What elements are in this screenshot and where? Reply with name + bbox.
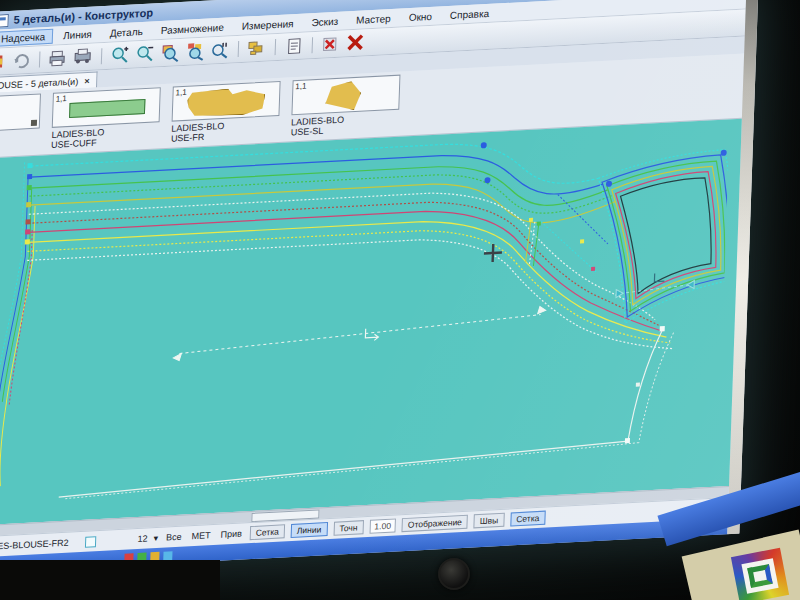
cuff-shape xyxy=(69,99,145,118)
undo-arrow-icon[interactable] xyxy=(11,50,32,71)
piece-card-front[interactable]: 1,1 LADIES-BLO USE-FR xyxy=(171,81,281,145)
front-piece-left-edge[interactable] xyxy=(0,162,37,489)
menu-item-liniya[interactable]: Линия xyxy=(55,26,100,43)
vendor-logo-mark xyxy=(747,564,772,588)
piece-scale: 1,1 xyxy=(56,94,67,104)
toolbar-separator xyxy=(39,51,41,67)
scale-value: 1.00 xyxy=(369,518,396,533)
piece-thumbnail: 1,1 xyxy=(291,75,400,116)
menu-item-izmereniya[interactable]: Измерения xyxy=(234,15,302,34)
delete-all-icon[interactable] xyxy=(345,32,366,53)
piece-scale: 1,1 xyxy=(175,88,186,98)
grid-toggle-button[interactable]: Сетка xyxy=(250,524,286,540)
piece-checkbox[interactable] xyxy=(84,536,95,548)
toolbar-separator xyxy=(312,37,314,53)
piece-label: LADIES-BLO USE-COL xyxy=(0,131,40,157)
grain-line xyxy=(173,306,546,361)
monitor-power-button xyxy=(438,558,470,590)
plotter-icon[interactable] xyxy=(73,47,94,68)
app-window: 5 деталь(и) - Конструктор Надсечка Линия… xyxy=(0,0,747,574)
lines-toggle-button[interactable]: Линии xyxy=(291,522,328,538)
menu-item-spravka[interactable]: Справка xyxy=(442,5,498,23)
lock-icon xyxy=(31,120,37,126)
menu-item-detal[interactable]: Деталь xyxy=(102,23,152,41)
piece-card-sleeve[interactable]: 1,1 LADIES-BLO USE-SL xyxy=(291,75,401,139)
piece-label-line2: USE-COL xyxy=(0,141,39,157)
piece-card-col[interactable]: 1,1 LADIES-BLO USE-COL xyxy=(0,93,41,157)
vendor-logo xyxy=(731,548,789,600)
toolbar-separator xyxy=(275,39,277,55)
met-label[interactable]: МЕТ xyxy=(189,530,212,541)
zoom-in-icon[interactable] xyxy=(110,45,131,66)
menu-item-razmnozhenie[interactable]: Размножение xyxy=(153,19,233,38)
all-sizes-label[interactable]: Все xyxy=(164,532,184,543)
menu-item-master[interactable]: Мастер xyxy=(348,10,399,28)
menu-item-okno[interactable]: Окно xyxy=(401,8,441,25)
current-piece-name: LADIES-BLOUSE-FR2 xyxy=(0,538,69,553)
zoom-out-icon[interactable] xyxy=(135,43,156,64)
grid-button[interactable]: Сетка xyxy=(510,511,546,527)
pattern-canvas[interactable] xyxy=(0,119,730,525)
collar-piece-grading[interactable] xyxy=(593,149,730,325)
seams-button[interactable]: Швы xyxy=(474,513,505,529)
app-icon xyxy=(0,14,9,28)
arrange-pieces-icon[interactable] xyxy=(247,38,268,59)
priv-label[interactable]: Прив xyxy=(218,528,244,539)
monitor-screen: 5 деталь(и) - Конструктор Надсечка Линия… xyxy=(0,0,759,574)
size-dropdown-arrow[interactable]: ▾ xyxy=(153,533,158,543)
monitor-bezel-bottom xyxy=(0,560,220,600)
delete-x-icon[interactable] xyxy=(320,34,341,55)
zoom-one-to-one-icon[interactable] xyxy=(210,39,231,60)
zoom-window-icon[interactable] xyxy=(160,42,181,63)
tab-close-icon[interactable]: × xyxy=(84,75,90,85)
piece-thumbnail: 1,1 xyxy=(172,81,281,122)
piece-card-cuff[interactable]: 1,1 LADIES-BLO USE-CUFF xyxy=(51,87,161,151)
side-seam-and-hem[interactable] xyxy=(59,326,674,499)
front-piece-grading-lines-lower[interactable] xyxy=(23,180,680,383)
tool-red-icon[interactable] xyxy=(0,51,7,72)
notes-icon[interactable] xyxy=(283,36,304,57)
toolbar-separator xyxy=(238,41,240,57)
size-value[interactable]: 12 xyxy=(137,533,147,544)
drawing-canvas[interactable] xyxy=(0,119,742,526)
piece-thumbnail: 1,1 xyxy=(52,87,161,128)
piece-thumbnail: 1,1 xyxy=(0,93,41,134)
front-shape xyxy=(187,87,266,118)
menu-item-eskiz[interactable]: Эскиз xyxy=(303,13,346,30)
menu-item-nadsechka[interactable]: Надсечка xyxy=(0,28,53,46)
piece-label: LADIES-BLO USE-FR xyxy=(171,118,280,144)
points-toggle-button[interactable]: Точн xyxy=(333,520,364,536)
sleeve-shape xyxy=(324,81,361,112)
cursor-crosshair xyxy=(484,244,503,263)
piece-label: LADIES-BLO USE-SL xyxy=(291,112,400,138)
print-icon[interactable] xyxy=(48,48,69,69)
toolbar-separator xyxy=(101,48,103,64)
display-button[interactable]: Отображение xyxy=(402,515,468,533)
zoom-pieces-icon[interactable] xyxy=(185,41,206,62)
piece-scale: 1,1 xyxy=(295,82,306,92)
piece-label: LADIES-BLO USE-CUFF xyxy=(51,124,160,150)
taskbar-app-icon[interactable] xyxy=(163,551,172,560)
